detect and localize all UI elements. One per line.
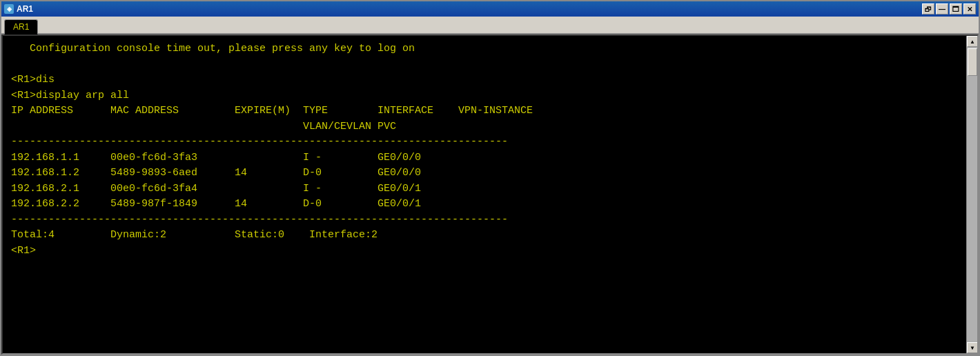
- scrollbar-track: [967, 47, 977, 342]
- app-icon: ◈: [4, 4, 14, 14]
- close-button[interactable]: ✕: [963, 3, 976, 14]
- main-window: ◈ AR1 🗗 — 🗖 ✕ AR1 Configuration console …: [0, 0, 980, 356]
- tab-ar1[interactable]: AR1: [4, 19, 38, 34]
- restore-button[interactable]: 🗗: [922, 3, 934, 14]
- scroll-down-button[interactable]: ▼: [967, 342, 978, 353]
- window-title: AR1: [17, 4, 33, 14]
- scroll-up-button[interactable]: ▲: [967, 36, 978, 47]
- scroll-down-icon: ▼: [970, 345, 975, 351]
- title-bar-controls: 🗗 — 🗖 ✕: [922, 3, 976, 14]
- title-bar: ◈ AR1 🗗 — 🗖 ✕: [1, 1, 979, 17]
- maximize-button[interactable]: 🗖: [950, 3, 962, 14]
- tab-bar: AR1: [1, 17, 979, 34]
- minimize-button[interactable]: —: [936, 3, 948, 14]
- scrollbar-thumb[interactable]: [968, 48, 977, 76]
- title-bar-left: ◈ AR1: [4, 4, 33, 14]
- terminal-output[interactable]: Configuration console time out, please p…: [3, 36, 966, 353]
- scroll-up-icon: ▲: [970, 39, 975, 45]
- terminal-wrapper: Configuration console time out, please p…: [1, 34, 979, 355]
- scrollbar: ▲ ▼: [966, 36, 977, 353]
